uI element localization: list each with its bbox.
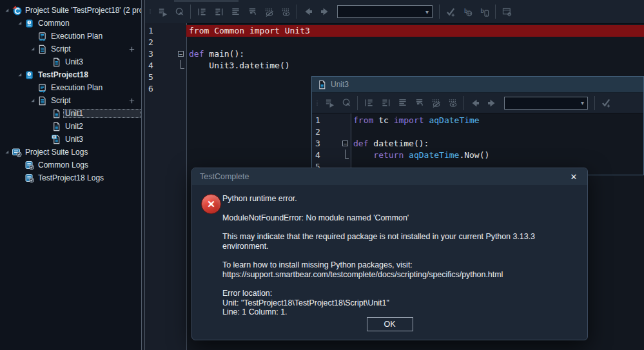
code-line-1[interactable]: 1from Common import Unit3	[145, 25, 644, 37]
project-icon	[24, 70, 36, 80]
expand-arrow-icon[interactable]	[15, 70, 24, 80]
code-line-2[interactable]: 2	[145, 37, 644, 48]
window-gear-button[interactable]	[498, 3, 515, 20]
show-special-button[interactable]	[444, 95, 461, 112]
tree-item-project-suite-testproject18-2-projects[interactable]: Project Suite 'TestProject18' (2 project…	[0, 4, 141, 17]
run-cursor-button[interactable]	[338, 95, 355, 112]
fmt-lines-button[interactable]	[394, 95, 411, 112]
tree-item-label: Project Suite Logs	[23, 147, 90, 157]
expand-arrow-icon[interactable]	[3, 6, 12, 15]
tree-item-execution-plan[interactable]: Execution Plan	[0, 81, 141, 94]
tree-item-unit3[interactable]: Unit3	[0, 55, 141, 68]
toolbar-separator	[495, 5, 496, 19]
tree-item-common[interactable]: Common	[0, 17, 141, 30]
testcomplete-app: { "sidebar": { "items": [ {"label":"Proj…	[0, 0, 644, 350]
expand-arrow-icon	[43, 109, 52, 119]
tc-logo-icon	[12, 5, 23, 15]
dialog-text-line: Line: 1 Column: 1.	[222, 307, 577, 317]
forward-button[interactable]	[317, 3, 333, 20]
check-plus-button[interactable]	[442, 3, 459, 20]
testcomplete-error-dialog: TestComplete ✕ ✕ Python runtime error.Mo…	[191, 168, 588, 340]
back-button[interactable]	[467, 95, 483, 112]
expand-arrow-icon[interactable]	[3, 148, 12, 157]
b-mobile-button[interactable]: b	[476, 3, 493, 20]
tree-item-project-suite-logs[interactable]: Project Suite Logs	[0, 146, 141, 159]
tree-item-execution-plan[interactable]: Execution Plan	[0, 30, 141, 43]
check-plus-button[interactable]	[598, 95, 614, 112]
line-number: 1	[312, 115, 342, 126]
code-line-4[interactable]: 4 return aqDateTime.Now()	[312, 150, 643, 161]
tree-item-script[interactable]: Script	[0, 94, 141, 107]
show-special-button[interactable]	[277, 3, 294, 20]
fmt-undo-button[interactable]	[411, 95, 427, 112]
svg-text:b: b	[463, 7, 467, 14]
fold-gutter	[342, 126, 351, 138]
unit-icon	[52, 108, 63, 119]
tree-item-testproject18[interactable]: TestProject18	[0, 68, 141, 81]
svg-text:b: b	[480, 7, 484, 14]
ok-button[interactable]: OK	[367, 317, 413, 331]
fold-marker-icon[interactable]: −	[342, 138, 351, 150]
dialog-text-line: Error location:	[222, 289, 577, 298]
dialog-titlebar[interactable]: TestComplete ✕	[192, 168, 587, 185]
tree-item-script[interactable]: Script	[0, 43, 141, 55]
unit3-code-editor[interactable]: 1from tc import aqDateTime23−def datetim…	[312, 113, 643, 175]
dialog-paragraph-2: ModuleNotFoundError: No module named 'Co…	[222, 213, 577, 223]
code-text	[351, 126, 643, 138]
fold-gutter	[177, 25, 186, 37]
run-cursor-button[interactable]	[171, 3, 188, 20]
main-editor-toolbar: ▾bb	[145, 0, 644, 24]
run-routine-button[interactable]	[321, 95, 338, 112]
tree-item-common-logs[interactable]: Common Logs	[0, 159, 141, 171]
expand-arrow-icon[interactable]	[15, 19, 24, 28]
fmt-undo-button[interactable]	[244, 3, 260, 20]
expand-arrow-icon	[28, 83, 37, 93]
dialog-paragraph-3: This may indicate that the required pack…	[222, 232, 577, 251]
code-line-1[interactable]: 1from tc import aqDateTime	[312, 115, 643, 126]
tree-item-testproject18-logs[interactable]: TestProject18 Logs	[0, 171, 141, 184]
dialog-paragraph-5: Error location:Unit: "TestProject18\Test…	[222, 289, 577, 317]
editor-tab-hint[interactable]	[174, 0, 239, 2]
toolbar-combobox[interactable]: ▾	[504, 97, 588, 110]
back-button[interactable]	[300, 3, 317, 20]
expand-arrow-icon[interactable]	[28, 96, 37, 106]
code-line-3[interactable]: 3−def main():	[145, 48, 644, 60]
log-icon	[24, 173, 36, 183]
add-item-button[interactable]	[128, 97, 136, 105]
script-icon	[37, 95, 49, 106]
hide-special-button[interactable]	[260, 3, 277, 20]
project-icon	[24, 18, 36, 28]
tree-item-unit1[interactable]: Unit1	[0, 107, 141, 120]
close-icon[interactable]: ✕	[568, 172, 580, 182]
fmt-left-button[interactable]	[193, 3, 210, 20]
log-icon	[24, 160, 36, 170]
tree-item-label: Script	[49, 95, 73, 106]
fmt-lines-button[interactable]	[227, 3, 244, 20]
chevron-down-icon: ▾	[425, 8, 432, 15]
run-routine-button[interactable]	[154, 3, 171, 20]
code-line-2[interactable]: 2	[312, 126, 643, 138]
dialog-text-line: Python runtime error.	[222, 194, 577, 204]
hide-special-button[interactable]	[427, 95, 444, 112]
code-line-3[interactable]: 3−def datetime():	[312, 138, 643, 150]
fmt-right-button[interactable]	[210, 3, 227, 20]
line-number: 3	[312, 138, 342, 150]
fmt-left-button[interactable]	[360, 95, 377, 112]
add-item-button[interactable]	[128, 45, 136, 53]
expand-arrow-icon[interactable]	[28, 44, 37, 54]
code-line-4[interactable]: 4 Unit3.datetime()	[145, 60, 644, 72]
b-web-button[interactable]: b	[459, 3, 476, 20]
tree-item-unit2[interactable]: Unit2	[0, 120, 141, 133]
toolbar-separator	[439, 5, 440, 19]
tree-item-unit3[interactable]: Unit3	[0, 133, 141, 146]
toolbar-combobox[interactable]: ▾	[337, 5, 433, 18]
tree-item-label: Unit3	[63, 57, 85, 67]
fmt-right-button[interactable]	[377, 95, 394, 112]
forward-button[interactable]	[483, 95, 500, 112]
execution-plan-icon	[37, 83, 49, 93]
project-explorer-panel: Project Suite 'TestProject18' (2 project…	[0, 0, 141, 350]
fold-marker-icon[interactable]: −	[177, 48, 186, 60]
expand-arrow-icon	[43, 135, 52, 144]
unit3-editor-window[interactable]: Unit3 ▾ 1from tc import aqDateTime23−def…	[311, 76, 644, 175]
unit3-window-titlebar[interactable]: Unit3	[312, 77, 643, 93]
